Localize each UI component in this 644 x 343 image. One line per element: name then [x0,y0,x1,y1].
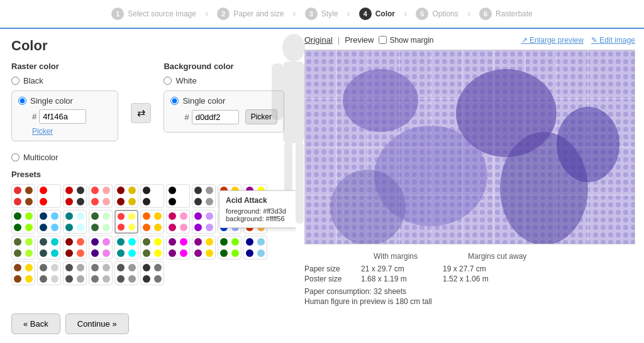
preset-item[interactable] [114,184,138,208]
raster-single-color-box: Single color # Picker [11,90,118,141]
background-white-radio[interactable] [164,77,172,85]
nav-step-4[interactable]: 4 Color [350,5,404,23]
raster-picker-link[interactable]: Picker [32,127,53,136]
preset-item[interactable] [11,261,35,285]
nav-step-2[interactable]: 2 Paper and size [208,5,292,23]
background-color-input[interactable] [192,110,239,124]
presets-label: Presets [11,170,284,179]
background-single-radio[interactable] [170,97,179,105]
preset-item[interactable] [166,236,190,259]
preset-item[interactable] [218,236,242,259]
preset-item[interactable] [11,184,35,208]
preset-item[interactable] [11,210,35,234]
human-figure-info: Human figure in preview is 180 cm tall [304,297,635,306]
with-margins-header: With margins [374,252,449,261]
preset-item[interactable] [140,210,164,234]
preset-item[interactable] [140,261,164,285]
svg-point-21 [343,69,418,132]
preset-item[interactable] [140,184,164,208]
preset-item[interactable] [63,210,87,234]
preset-item[interactable] [63,261,87,285]
poster-size-label: Poster size [304,275,355,283]
preset-item[interactable] [89,236,113,259]
enlarge-preview-button[interactable]: ↗ Enlarge preview [521,36,584,45]
preset-item[interactable] [37,184,61,208]
paper-size-label: Paper size [304,264,355,273]
show-margin-label[interactable]: Show margin [379,36,433,45]
paper-consumption: Paper consumption: 32 sheets [304,287,635,296]
nav-step-1[interactable]: 1 Select source image [103,5,205,23]
preview-toolbar-right: ↗ Enlarge preview ✎ Edit image [521,36,635,45]
preview-link[interactable]: Preview [345,35,374,45]
show-margin-checkbox[interactable] [379,36,387,44]
preset-item[interactable] [37,236,61,259]
background-hash: # [184,112,189,122]
multicolor-label: Multicolor [23,153,58,162]
step-num-1: 1 [111,8,124,20]
tooltip-title: Acid Attack [226,196,296,205]
nav-step-3[interactable]: 3 Style [296,5,347,23]
step-label-1: Select source image [128,9,196,18]
edit-image-button[interactable]: ✎ Edit image [591,36,635,45]
preset-item[interactable] [243,236,267,259]
poster-size-cut: 1.52 x 1.06 m [443,275,489,283]
preset-item[interactable] [114,210,138,234]
preset-item[interactable] [89,184,113,208]
step-label-5: Options [432,9,458,18]
preset-item[interactable] [63,184,87,208]
step-label-6: Rasterbate [496,9,533,18]
preset-item[interactable] [37,210,61,234]
raster-color-input[interactable] [39,109,86,124]
nav-step-5[interactable]: 5 Options [407,5,467,23]
step-num-6: 6 [479,8,492,20]
preset-item[interactable] [192,184,216,208]
raster-black-label: Black [23,76,43,85]
preview-separator: | [338,35,340,45]
preset-item[interactable] [11,236,35,259]
preset-item[interactable] [140,236,164,259]
raster-black-radio[interactable] [11,77,19,85]
preview-toolbar: Original | Preview Show margin ↗ Enlarge… [304,35,635,45]
preset-item[interactable] [166,184,190,208]
preset-item[interactable] [166,210,190,234]
raster-single-color-inner: Single color [18,96,111,106]
preset-item[interactable] [63,236,87,259]
raster-single-radio[interactable] [18,97,26,105]
preset-item[interactable] [192,210,216,234]
background-single-label: Single color [182,96,225,106]
background-white-option[interactable]: White [164,76,284,85]
left-panel: Color Raster color Black Single color # [0,29,296,343]
paper-size-row: Paper size 21 x 29.7 cm 19 x 27.7 cm [304,264,635,273]
preset-item[interactable] [192,236,216,259]
preview-image-svg [305,50,635,244]
swap-colors-button[interactable]: ⇄ [131,103,151,123]
step-num-3: 3 [305,8,318,20]
raster-black-option[interactable]: Black [11,76,118,85]
preset-item[interactable] [37,261,61,285]
step-num-5: 5 [416,8,428,20]
preset-item[interactable] [114,236,138,259]
background-picker-button[interactable]: Picker [245,109,277,124]
preset-tooltip: Acid Attack foreground: #ff3d3d backgrou… [219,190,296,228]
nav-step-6[interactable]: 6 Rasterbate [470,5,541,23]
step-num-2: 2 [217,8,230,20]
edit-icon: ✎ [591,36,597,45]
background-single-color-inner: Single color [170,96,277,106]
preview-image-area [304,50,635,244]
preset-item[interactable] [114,261,138,285]
info-table: With margins Margins cut away [304,252,635,261]
step-label-3: Style [321,9,338,18]
multicolor-option[interactable]: Multicolor [11,153,284,162]
presets-section: Presets Acid Attack foreground: #ff3d3d … [11,170,284,285]
step-label-2: Paper and size [233,9,284,18]
back-button[interactable]: « Back [11,313,60,334]
original-link[interactable]: Original [304,35,333,45]
continue-button[interactable]: Continue » [65,313,129,334]
multicolor-radio[interactable] [11,153,19,161]
preset-item[interactable] [89,261,113,285]
preset-item[interactable] [89,210,113,234]
presets-grid: Acid Attack foreground: #ff3d3d backgrou… [11,184,284,285]
enlarge-icon: ↗ [521,36,528,45]
top-navigation: 1 Select source image › 2 Paper and size… [0,0,644,29]
poster-size-with: 1.68 x 1.19 m [361,275,436,283]
